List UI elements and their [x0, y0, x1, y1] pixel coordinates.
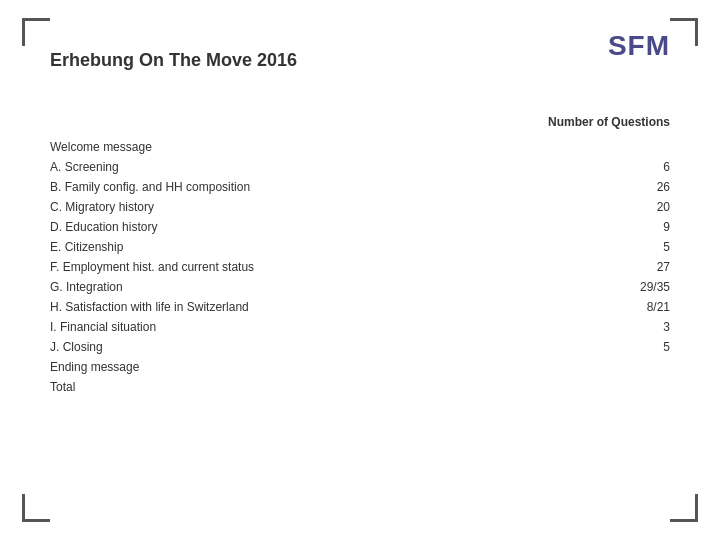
content-table: Number of Questions Welcome messageA. Sc…	[50, 115, 670, 397]
table-row: A. Screening6	[50, 157, 670, 177]
corner-bracket-tr	[670, 18, 698, 46]
row-value: 20	[610, 200, 670, 214]
row-value: 26	[610, 180, 670, 194]
table-row: I. Financial situation3	[50, 317, 670, 337]
table-row: C. Migratory history20	[50, 197, 670, 217]
row-value: 3	[610, 320, 670, 334]
table-row: H. Satisfaction with life in Switzerland…	[50, 297, 670, 317]
row-value: 5	[610, 240, 670, 254]
corner-bracket-tl	[22, 18, 50, 46]
row-value: 29/35	[610, 280, 670, 294]
row-value: 5	[610, 340, 670, 354]
page: SFM Erhebung On The Move 2016 Number of …	[0, 0, 720, 540]
table-row: B. Family config. and HH composition26	[50, 177, 670, 197]
table-row: Total	[50, 377, 670, 397]
row-value: 8/21	[610, 300, 670, 314]
row-label: F. Employment hist. and current status	[50, 260, 610, 274]
table-row: G. Integration29/35	[50, 277, 670, 297]
row-label: I. Financial situation	[50, 320, 610, 334]
row-label: A. Screening	[50, 160, 610, 174]
table-row: E. Citizenship5	[50, 237, 670, 257]
row-value: 9	[610, 220, 670, 234]
sfm-logo: SFM	[608, 30, 670, 62]
row-label: Welcome message	[50, 140, 610, 154]
col-header-questions: Number of Questions	[540, 115, 670, 129]
table-row: Welcome message	[50, 137, 670, 157]
table-row: F. Employment hist. and current status27	[50, 257, 670, 277]
row-label: E. Citizenship	[50, 240, 610, 254]
table-header: Number of Questions	[50, 115, 670, 129]
table-row: D. Education history9	[50, 217, 670, 237]
row-label: D. Education history	[50, 220, 610, 234]
row-label: B. Family config. and HH composition	[50, 180, 610, 194]
row-label: J. Closing	[50, 340, 610, 354]
row-value: 6	[610, 160, 670, 174]
row-label: C. Migratory history	[50, 200, 610, 214]
row-label: H. Satisfaction with life in Switzerland	[50, 300, 610, 314]
row-label: Ending message	[50, 360, 610, 374]
row-value: 27	[610, 260, 670, 274]
page-title: Erhebung On The Move 2016	[50, 50, 297, 71]
corner-bracket-bl	[22, 494, 50, 522]
row-label: Total	[50, 380, 610, 394]
table-row: J. Closing5	[50, 337, 670, 357]
table-row: Ending message	[50, 357, 670, 377]
corner-bracket-br	[670, 494, 698, 522]
row-label: G. Integration	[50, 280, 610, 294]
